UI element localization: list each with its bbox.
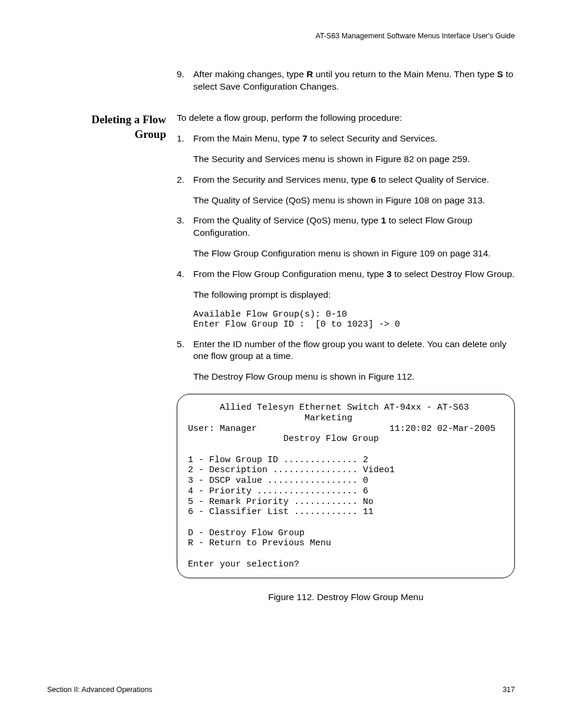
step-body: After making changes, type R until you r…	[193, 68, 515, 93]
text: until you return to the Main Menu. Then …	[313, 69, 497, 79]
step-9: 9. After making changes, type R until yo…	[177, 68, 515, 93]
footer-page-number: 317	[503, 686, 515, 694]
sub-paragraph: The Flow Group Configuration menu is sho…	[193, 248, 515, 260]
text: From the Main Menu, type	[193, 133, 302, 143]
step-3: 3. From the Quality of Service (QoS) men…	[177, 215, 515, 260]
step-4: 4. From the Flow Group Configuration men…	[177, 268, 515, 330]
document-page: AT-S63 Management Software Menus Interfa…	[0, 0, 562, 728]
text: Enter the ID number of the flow group yo…	[193, 339, 507, 361]
step-number: 9.	[177, 68, 193, 93]
step-body: Enter the ID number of the flow group yo…	[193, 338, 515, 384]
sub-paragraph: The following prompt is displayed:	[193, 289, 515, 301]
key-3: 3	[386, 269, 392, 279]
step-number: 5.	[177, 338, 193, 384]
step-number: 4.	[177, 268, 193, 330]
step-number: 2.	[177, 174, 193, 207]
key-s: S	[497, 69, 503, 79]
text: to select Security and Services.	[308, 133, 438, 143]
page-header: AT-S63 Management Software Menus Interfa…	[47, 32, 515, 40]
text: From the Security and Services menu, typ…	[193, 174, 371, 185]
text: After making changes, type	[193, 69, 306, 79]
sub-paragraph: The Destroy Flow Group menu is shown in …	[193, 371, 515, 383]
text: From the Flow Group Configuration menu, …	[193, 269, 386, 279]
page-footer: Section II: Advanced Operations 317	[47, 686, 515, 694]
heading-line1: Deleting a Flow	[91, 113, 166, 126]
key-r: R	[306, 69, 313, 79]
step-5: 5. Enter the ID number of the flow group…	[177, 338, 515, 384]
step-body: From the Flow Group Configuration menu, …	[193, 268, 515, 330]
step-1: 1. From the Main Menu, type 7 to select …	[177, 133, 515, 166]
step-2: 2. From the Security and Services menu, …	[177, 174, 515, 207]
text: to select Quality of Service.	[376, 174, 489, 185]
step-body: From the Quality of Service (QoS) menu, …	[193, 215, 515, 260]
key-7: 7	[302, 133, 308, 143]
text: From the Quality of Service (QoS) menu, …	[193, 215, 381, 225]
spacer	[47, 101, 515, 112]
footer-section: Section II: Advanced Operations	[47, 686, 153, 694]
section-row: Deleting a Flow Group To delete a flow g…	[47, 112, 515, 604]
step-body: From the Security and Services menu, typ…	[193, 174, 515, 207]
step-body: From the Main Menu, type 7 to select Sec…	[193, 133, 515, 166]
sub-paragraph: The Quality of Service (QoS) menu is sho…	[193, 195, 515, 207]
prior-step-row: 9. After making changes, type R until yo…	[47, 68, 515, 101]
figure-caption: Figure 112. Destroy Flow Group Menu	[177, 591, 515, 604]
prompt-output: Available Flow Group(s): 0-10 Enter Flow…	[193, 309, 515, 330]
intro-text: To delete a flow group, perform the foll…	[177, 112, 515, 124]
key-6: 6	[371, 174, 376, 185]
step-number: 1.	[177, 133, 193, 166]
heading-line2: Group	[134, 128, 166, 140]
section-body: To delete a flow group, perform the foll…	[177, 112, 515, 604]
prior-step-col: 9. After making changes, type R until yo…	[177, 68, 515, 101]
step-number: 3.	[177, 215, 193, 260]
section-heading: Deleting a Flow Group	[47, 112, 177, 142]
text: to select Destroy Flow Group.	[392, 269, 514, 279]
sub-paragraph: The Security and Services menu is shown …	[193, 153, 515, 166]
terminal-menu-box: Allied Telesyn Ethernet Switch AT-94xx -…	[177, 394, 515, 578]
